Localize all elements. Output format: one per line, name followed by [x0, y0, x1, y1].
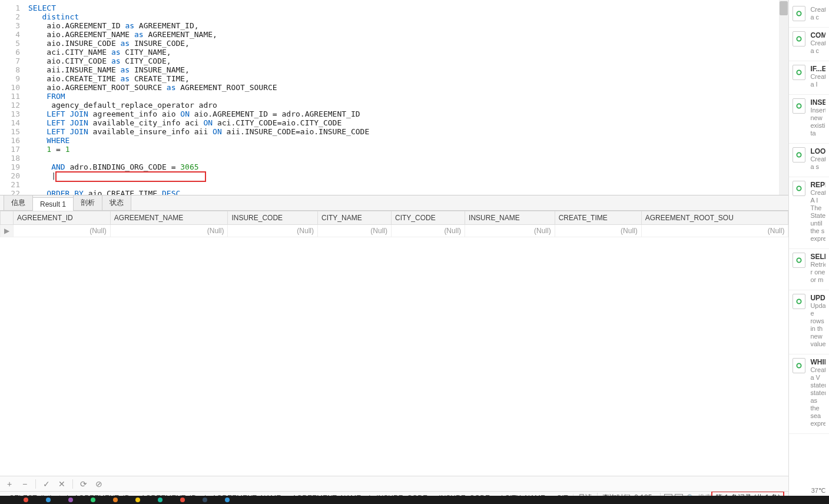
row-marker[interactable]: ▶	[1, 225, 14, 237]
add-row-button[interactable]: +	[5, 479, 14, 489]
snippet-desc: Retrieve r one or m	[810, 261, 825, 284]
snippet-icon	[792, 253, 805, 268]
snippet-icon	[792, 181, 805, 196]
snippet-icon	[792, 147, 805, 163]
svg-point-1	[797, 37, 801, 41]
svg-point-2	[797, 70, 801, 74]
snippet-desc: Create a c	[810, 6, 825, 21]
snippet-desc: Insert new existing ta	[810, 107, 825, 137]
taskbar-item[interactable]	[158, 498, 163, 502]
taskbar[interactable]	[0, 496, 829, 504]
snippet-item[interactable]: IF...ELSCreate a I	[789, 61, 829, 95]
cell[interactable]: (Null)	[465, 225, 555, 237]
taskbar-item[interactable]	[24, 498, 28, 502]
svg-point-0	[797, 11, 801, 15]
snippet-title: SELECT	[810, 253, 825, 261]
cell[interactable]: (Null)	[555, 225, 641, 237]
svg-point-5	[797, 186, 801, 190]
snippet-desc: Create A I The State until the s express…	[810, 189, 825, 243]
snippet-icon	[792, 294, 805, 309]
sql-editor-wrap: 1SELECT2 distinct3 aio.AGREEMENT_ID as A…	[0, 0, 788, 195]
cell[interactable]: (Null)	[14, 225, 111, 237]
snippet-icon	[792, 31, 805, 47]
taskbar-item[interactable]	[113, 498, 118, 502]
snippet-icon	[792, 358, 805, 373]
cancel-button[interactable]: ✕	[57, 479, 67, 489]
snippet-title: LOOP	[810, 147, 825, 155]
snippet-item[interactable]: UPDATUpdates e rows in th new value	[789, 290, 829, 354]
cell[interactable]: (Null)	[110, 225, 228, 237]
svg-point-3	[797, 104, 801, 108]
snippet-icon	[792, 6, 805, 21]
snippet-item[interactable]: LOOPCreate a s	[789, 144, 829, 177]
snippet-item[interactable]: WHILECreate a V statement statement as t…	[789, 354, 829, 434]
snippet-desc: Create a V statement statement as the se…	[810, 366, 825, 427]
commit-button[interactable]: ✓	[42, 479, 51, 489]
svg-point-4	[797, 152, 801, 157]
snippet-title: INSERT	[810, 98, 825, 107]
result-grid[interactable]: AGREEMENT_IDAGREEMENT_NAMEINSURE_CODECIT…	[0, 211, 788, 476]
column-header[interactable]: CITY_NAME	[317, 211, 391, 225]
snippet-title: IF...ELS	[810, 65, 825, 73]
snippet-icon	[792, 98, 805, 114]
snippet-item[interactable]: INSERTInsert new existing ta	[789, 95, 829, 144]
column-header[interactable]: INSURE_NAME	[465, 211, 555, 225]
snippet-desc: Create a I	[810, 73, 825, 88]
snippet-item[interactable]: COMMCreate a c	[789, 28, 829, 61]
delete-row-button[interactable]: −	[20, 479, 29, 489]
snippet-title: WHILE	[810, 358, 825, 366]
column-header[interactable]: CREATE_TIME	[555, 211, 641, 225]
taskbar-item[interactable]	[46, 498, 51, 502]
svg-point-6	[797, 258, 801, 262]
temperature-widget: 37℃	[811, 487, 825, 495]
svg-point-8	[797, 363, 801, 367]
snippet-item[interactable]: SELECTRetrieve r one or m	[789, 249, 829, 290]
editor-scrollbar[interactable]	[779, 0, 788, 195]
snippet-desc: Create a s	[810, 155, 825, 171]
tab-信息[interactable]: 信息	[4, 195, 33, 210]
tab-状态[interactable]: 状态	[102, 195, 131, 210]
column-header[interactable]: AGREEMENT_NAME	[110, 211, 228, 225]
sql-editor[interactable]: 1SELECT2 distinct3 aio.AGREEMENT_ID as A…	[0, 0, 788, 195]
stop-button[interactable]: ⊘	[94, 479, 104, 489]
snippet-panel: Create a cCOMMCreate a cIF...ELSCreate a…	[789, 0, 829, 504]
taskbar-item[interactable]	[225, 498, 230, 502]
svg-point-7	[797, 299, 801, 303]
taskbar-item[interactable]	[68, 498, 73, 502]
taskbar-item[interactable]	[91, 498, 95, 502]
column-header[interactable]: AGREEMENT_ROOT_SOU	[641, 211, 788, 225]
snippet-desc: Create a c	[810, 39, 825, 55]
tab-剖析[interactable]: 剖析	[73, 195, 102, 210]
snippet-title: REPEAT	[810, 181, 825, 189]
column-header[interactable]: CITY_CODE	[392, 211, 465, 225]
grid-toolbar: + − ✓ ✕ ⟳ ⊘	[0, 476, 788, 491]
result-tabs: 信息Result 1剖析状态	[0, 195, 788, 211]
column-header[interactable]: AGREEMENT_ID	[14, 211, 111, 225]
refresh-button[interactable]: ⟳	[79, 479, 88, 489]
cell[interactable]: (Null)	[392, 225, 465, 237]
cell[interactable]: (Null)	[317, 225, 391, 237]
taskbar-item[interactable]	[180, 498, 185, 502]
snippet-item[interactable]: REPEATCreate A I The State until the s e…	[789, 177, 829, 249]
snippet-desc: Updates e rows in th new value	[810, 302, 825, 348]
snippet-icon	[792, 65, 805, 80]
tab-Result 1[interactable]: Result 1	[32, 197, 74, 211]
column-header[interactable]: INSURE_CODE	[228, 211, 318, 225]
cell[interactable]: (Null)	[228, 225, 318, 237]
snippet-item[interactable]: Create a c	[789, 2, 829, 28]
cell[interactable]: (Null)	[641, 225, 788, 237]
taskbar-item[interactable]	[203, 498, 207, 502]
snippet-title: COMM	[810, 31, 825, 39]
taskbar-item[interactable]	[135, 498, 140, 502]
snippet-title: UPDAT	[810, 294, 825, 302]
